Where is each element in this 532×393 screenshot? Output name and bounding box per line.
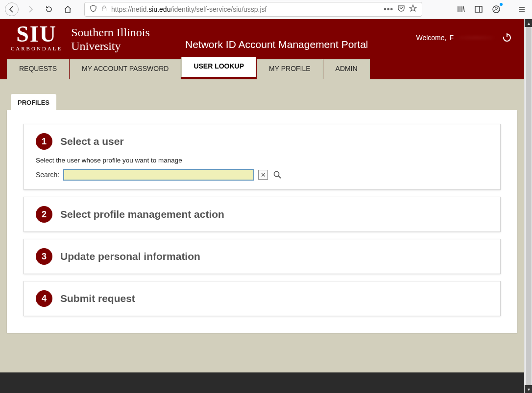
step-4-title: Submit request xyxy=(60,293,135,304)
scroll-up-button[interactable]: ▴ xyxy=(525,19,532,27)
forward-button[interactable] xyxy=(24,2,37,16)
tab-requests[interactable]: REQUESTS xyxy=(7,59,69,79)
logo-campus: CARBONDALE xyxy=(11,46,62,51)
sidebar-icon[interactable] xyxy=(473,4,484,15)
scrollbar[interactable]: ▴ ▾ xyxy=(524,19,532,393)
svg-rect-0 xyxy=(102,8,106,11)
back-button[interactable] xyxy=(5,2,19,16)
menu-button[interactable] xyxy=(516,4,527,15)
step-1-description: Select the user whose profile you want t… xyxy=(36,157,488,164)
main-panel: 1 Select a user Select the user whose pr… xyxy=(7,110,517,333)
svg-point-4 xyxy=(495,7,498,10)
url-text: https://netid.siu.edu/identity/self-serv… xyxy=(111,5,380,13)
shield-icon xyxy=(90,5,97,14)
bookmark-star-icon[interactable] xyxy=(409,4,417,14)
step-4-card[interactable]: 4 Submit request xyxy=(24,281,501,316)
step-2-title: Select profile management action xyxy=(60,208,224,220)
library-icon[interactable] xyxy=(456,4,466,15)
university-name-line1: Southern Illinois xyxy=(71,26,150,40)
page-title: Network ID Account Management Portal xyxy=(185,39,368,50)
step-1-number: 1 xyxy=(36,133,52,150)
site-header: SIU CARBONDALE Southern Illinois Univers… xyxy=(0,19,524,79)
logout-button[interactable] xyxy=(501,31,513,44)
tab-my-account-password[interactable]: MY ACCOUNT PASSWORD xyxy=(70,59,181,79)
page-footer xyxy=(0,372,524,393)
svg-line-8 xyxy=(279,176,281,179)
account-icon[interactable] xyxy=(491,4,502,15)
home-button[interactable] xyxy=(61,2,74,16)
subtab-profiles[interactable]: PROFILES xyxy=(11,94,56,110)
username-redacted xyxy=(457,34,495,41)
scroll-thumb[interactable] xyxy=(526,27,532,385)
tab-my-profile[interactable]: MY PROFILE xyxy=(257,59,323,79)
university-name-line2: University xyxy=(71,40,150,53)
logo-mark: SIU xyxy=(11,24,62,44)
svg-point-7 xyxy=(274,172,279,177)
step-2-number: 2 xyxy=(36,206,52,223)
step-1-title: Select a user xyxy=(60,136,124,147)
step-3-card[interactable]: 3 Update personal information xyxy=(24,239,501,274)
scroll-down-button[interactable]: ▾ xyxy=(525,385,532,393)
step-3-number: 3 xyxy=(36,248,52,265)
search-input[interactable] xyxy=(63,169,254,181)
main-nav: REQUESTS MY ACCOUNT PASSWORD USER LOOKUP… xyxy=(7,59,370,79)
tab-user-lookup[interactable]: USER LOOKUP xyxy=(181,57,256,77)
step-3-title: Update personal information xyxy=(60,251,200,262)
more-icon[interactable]: ••• xyxy=(384,5,393,14)
step-1-card: 1 Select a user Select the user whose pr… xyxy=(24,124,501,190)
browser-chrome: https://netid.siu.edu/identity/self-serv… xyxy=(0,0,532,19)
clear-search-button[interactable]: ✕ xyxy=(258,170,268,180)
reload-button[interactable] xyxy=(42,2,56,16)
pocket-icon[interactable] xyxy=(397,4,405,14)
step-4-number: 4 xyxy=(36,290,52,307)
site-logo[interactable]: SIU CARBONDALE Southern Illinois Univers… xyxy=(11,24,150,53)
welcome-text: Welcome, F xyxy=(416,34,495,42)
svg-rect-1 xyxy=(475,6,482,12)
search-label: Search: xyxy=(36,171,59,179)
address-bar[interactable]: https://netid.siu.edu/identity/self-serv… xyxy=(84,2,422,17)
search-icon[interactable] xyxy=(272,169,283,180)
step-2-card[interactable]: 2 Select profile management action xyxy=(24,197,501,232)
lock-icon xyxy=(101,5,107,14)
tab-admin[interactable]: ADMIN xyxy=(323,59,370,79)
